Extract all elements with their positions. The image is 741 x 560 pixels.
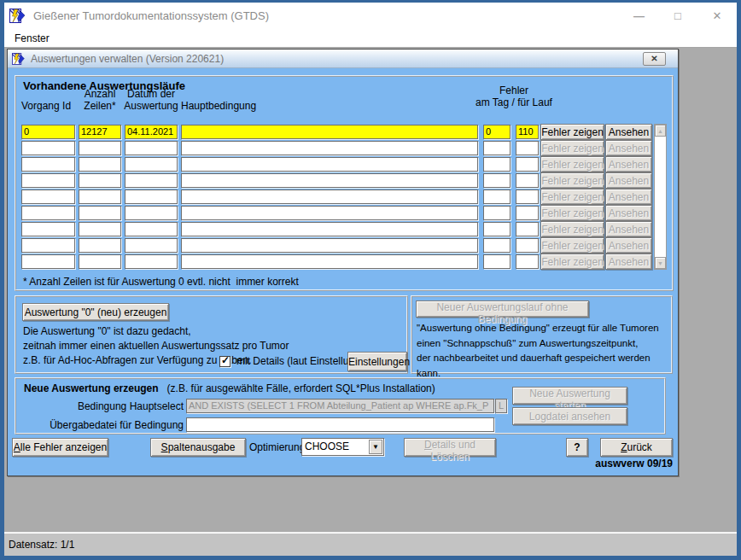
fehler-fuer-lauf-field[interactable]: [516, 206, 539, 220]
datum-field[interactable]: [125, 190, 178, 204]
fehler-am-tag-field[interactable]: [483, 254, 511, 269]
ansehen-button[interactable]: Ansehen: [605, 221, 652, 237]
anzahl-zeilen-field[interactable]: [79, 254, 121, 269]
datum-field[interactable]: [125, 238, 178, 253]
hauptbedingung-field[interactable]: [181, 190, 478, 204]
close-icon[interactable]: ✕: [706, 9, 728, 22]
fehler-am-tag-field[interactable]: [483, 173, 511, 188]
hauptbedingung-field[interactable]: [181, 222, 478, 236]
fehler-fuer-lauf-field[interactable]: 110: [516, 125, 539, 139]
fehler-fuer-lauf-field[interactable]: [516, 190, 539, 204]
ansehen-button[interactable]: Ansehen: [605, 124, 652, 140]
scroll-up-icon[interactable]: ▲: [655, 125, 666, 137]
fehler-zeigen-button[interactable]: Fehler zeigen: [540, 156, 604, 172]
optimierung-select[interactable]: CHOOSE ▼: [301, 438, 384, 456]
vorgang-id-field[interactable]: [21, 238, 75, 253]
window-title: Gießener Tumordokumentationssystem (GTDS…: [33, 9, 269, 22]
datum-field[interactable]: [125, 157, 178, 172]
vorgang-id-field[interactable]: [21, 141, 75, 155]
fehler-zeigen-button[interactable]: Fehler zeigen: [540, 124, 604, 140]
anzahl-zeilen-field[interactable]: [79, 238, 121, 253]
anzahl-zeilen-field[interactable]: [79, 190, 121, 204]
fehler-am-tag-field[interactable]: [483, 190, 511, 204]
datum-field[interactable]: [125, 222, 178, 236]
maximize-icon[interactable]: □: [667, 9, 689, 22]
mit-details-checkbox[interactable]: ✓: [219, 356, 230, 367]
optimierung-label: Optimierung: [249, 441, 305, 453]
fehler-fuer-lauf-field[interactable]: [516, 254, 539, 269]
datum-field[interactable]: [125, 141, 178, 155]
vorgang-id-field[interactable]: [21, 222, 75, 236]
datum-field[interactable]: [125, 254, 178, 269]
hauptbedingung-field[interactable]: [181, 254, 478, 269]
menu-fenster[interactable]: Fenster: [9, 32, 55, 44]
hauptbedingung-field[interactable]: [181, 206, 478, 220]
hauptbedingung-field[interactable]: [181, 173, 478, 188]
bedingung-hauptselect-field[interactable]: AND EXISTS (SELECT 1 FROM Abteilung_Pati…: [186, 399, 494, 413]
anzahl-zeilen-field[interactable]: [79, 173, 121, 188]
zurueck-button[interactable]: Zurück: [600, 438, 673, 457]
ansehen-button[interactable]: Ansehen: [605, 237, 652, 254]
fehler-zeigen-button[interactable]: Fehler zeigen: [540, 254, 604, 270]
vorgang-id-field[interactable]: [21, 157, 75, 172]
alle-fehler-anzeigen-button[interactable]: Alle Fehler anzeigen: [12, 438, 108, 457]
fehler-zeigen-button[interactable]: Fehler zeigen: [540, 140, 604, 156]
fehler-am-tag-field[interactable]: [483, 157, 511, 172]
table-row: Fehler zeigen Ansehen: [16, 205, 672, 221]
datum-field[interactable]: 04.11.2021: [125, 125, 178, 139]
vorgang-id-field[interactable]: [21, 206, 75, 220]
neuer-auswertungslauf-button[interactable]: Neuer Auswertungslauf ohne Bedingung: [416, 300, 589, 318]
uebergabedatei-field[interactable]: [186, 417, 494, 432]
fehler-am-tag-field[interactable]: [483, 141, 511, 155]
ansehen-button[interactable]: Ansehen: [605, 205, 652, 221]
neue-auswertung-starten-button[interactable]: Neue Auswertung starten: [512, 387, 627, 405]
logdatei-ansehen-button[interactable]: Logdatei ansehen: [512, 407, 627, 425]
fehler-am-tag-field[interactable]: [483, 222, 511, 236]
fehler-fuer-lauf-field[interactable]: [516, 238, 539, 253]
minimize-icon[interactable]: —: [627, 9, 650, 22]
anzahl-zeilen-field[interactable]: [79, 141, 121, 155]
spaltenausgabe-button[interactable]: Spaltenausgabe: [150, 438, 246, 457]
scroll-down-icon[interactable]: ▼: [655, 257, 666, 269]
fehler-zeigen-button[interactable]: Fehler zeigen: [540, 237, 604, 254]
anzahl-zeilen-field[interactable]: 12127: [79, 125, 121, 139]
hauptbedingung-field[interactable]: [181, 125, 478, 139]
fehler-zeigen-button[interactable]: Fehler zeigen: [540, 189, 604, 205]
ansehen-button[interactable]: Ansehen: [605, 140, 652, 156]
vorgang-id-field[interactable]: 0: [21, 125, 75, 139]
fehler-fuer-lauf-field[interactable]: [516, 173, 539, 188]
fehler-zeigen-button[interactable]: Fehler zeigen: [540, 205, 604, 221]
fehler-fuer-lauf-field[interactable]: [516, 157, 539, 172]
hauptbedingung-field[interactable]: [181, 141, 478, 155]
vorgang-id-field[interactable]: [21, 254, 75, 269]
ansehen-button[interactable]: Ansehen: [605, 189, 652, 205]
ansehen-button[interactable]: Ansehen: [605, 156, 652, 172]
ansehen-button[interactable]: Ansehen: [605, 254, 652, 270]
hauptbedingung-field[interactable]: [181, 238, 478, 253]
fehler-fuer-lauf-field[interactable]: [516, 222, 539, 236]
einstellungen-button[interactable]: Einstellungen: [347, 352, 407, 371]
fehler-am-tag-field[interactable]: [483, 206, 511, 220]
anzahl-zeilen-field[interactable]: [79, 206, 121, 220]
table-scrollbar[interactable]: ▲ ▼: [654, 124, 667, 270]
fehler-zeigen-button[interactable]: Fehler zeigen: [540, 221, 604, 237]
fehler-fuer-lauf-field[interactable]: [516, 141, 539, 155]
hauptbedingung-field[interactable]: [181, 157, 478, 172]
details-und-loeschen-button[interactable]: Details und Löschen: [404, 438, 496, 457]
ansehen-button[interactable]: Ansehen: [605, 172, 652, 189]
anzahl-zeilen-field[interactable]: [79, 222, 121, 236]
datum-field[interactable]: [125, 206, 178, 220]
dialog-close-icon[interactable]: ✕: [643, 52, 666, 66]
check-icon: ✓: [221, 354, 230, 366]
help-button[interactable]: ?: [566, 438, 588, 457]
fehler-zeigen-button[interactable]: Fehler zeigen: [540, 172, 604, 189]
vorgang-id-field[interactable]: [21, 190, 75, 204]
datum-field[interactable]: [125, 173, 178, 188]
vorgang-id-field[interactable]: [21, 173, 75, 188]
auswertung0-erzeugen-button[interactable]: Auswertung "0" (neu) erzeugen: [22, 303, 169, 321]
titlebar: Gießener Tumordokumentationssystem (GTDS…: [4, 3, 737, 29]
fehler-am-tag-field[interactable]: 0: [483, 125, 511, 139]
chevron-down-icon[interactable]: ▼: [369, 440, 382, 454]
fehler-am-tag-field[interactable]: [483, 238, 511, 253]
anzahl-zeilen-field[interactable]: [79, 157, 121, 172]
